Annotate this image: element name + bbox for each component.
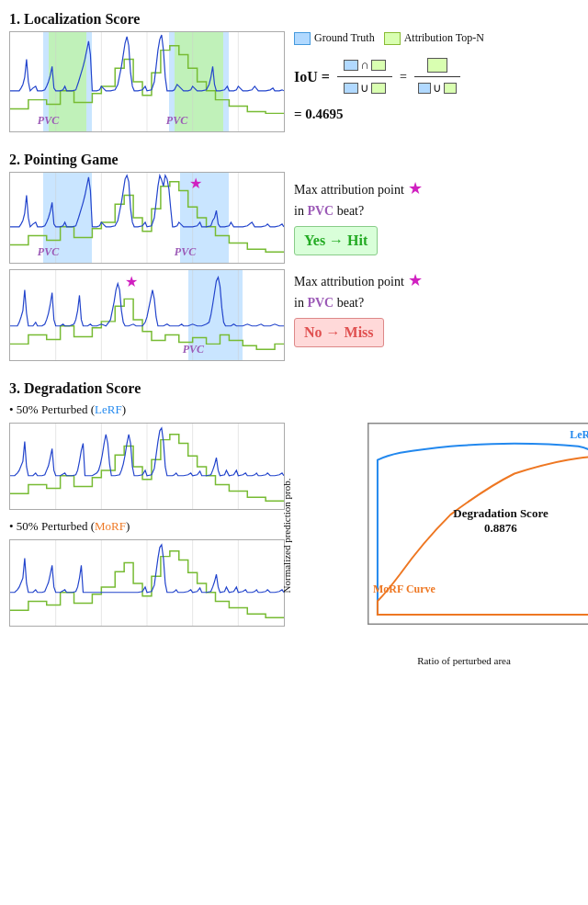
frac2-blue-den [418,83,431,94]
divider-2 [9,370,579,371]
fraction-bar [337,76,392,77]
frac2-green-num [427,58,447,73]
hit-answer: Yes → Hit [294,226,579,255]
section-3-right: Normalized prediction prob. LeRF Curve [294,401,588,648]
miss-question-2: in PVC beat? [294,293,579,312]
miss-box: No → Miss [294,318,384,347]
section-1-title: 1. Localization Score [9,11,579,28]
miss-pvc-text: PVC [307,296,334,310]
legend-attr-label: Attribution Top-N [404,31,484,45]
main-container: 1. Localization Score [0,0,588,659]
miss-text: No → Miss [304,324,374,340]
legend-gt-label: Ground Truth [314,31,375,45]
chart-morf [9,539,285,627]
star-icon-miss: ★ [408,268,423,293]
max-attr-text-2: Max attribution point [294,272,404,291]
lerf-text: LeRF [95,402,122,416]
chart-pointing-miss: ★ PVC [9,269,285,361]
legend-box-blue [294,32,311,45]
pvc-label-hit-2: PVC [175,245,196,259]
pointing-right-panel: Max attribution point ★ in PVC beat? Yes… [294,172,579,347]
pvc-label-miss: PVC [183,343,204,356]
frac2-green-den [444,83,457,94]
ecg-chart-morf-svg [10,540,284,626]
chart-localization: PVC PVC [9,31,285,132]
pvc-label-2: PVC [166,114,187,128]
iou-label: IoU = [294,69,330,85]
degradation-chart: LeRF Curve MoRF Curve Degradation Score … [368,423,588,625]
frac2-bar [414,76,460,77]
fraction-2: ∪ [414,56,460,97]
fraction-1: ∩ ∪ [337,56,392,97]
frac2-num [425,56,449,74]
fraction-numerator: ∩ [342,56,387,74]
miss-question-row: Max attribution point ★ [294,268,579,293]
chart-pointing-hit: ★ PVC PVC [9,172,285,264]
iou-formula: IoU = ∩ ∪ = [294,56,579,97]
legend-box-green [384,32,401,45]
section-2-title: 2. Pointing Game [9,152,579,168]
hit-text: Yes → Hit [304,232,368,248]
frac-blue-den [344,83,358,94]
section-1-right: Ground Truth Attribution Top-N IoU = ∩ [294,31,579,122]
x-axis-label: Ratio of perturbed area [417,655,511,666]
frac2-den: ∪ [416,79,458,97]
fraction-denominator: ∪ [342,79,388,97]
star-hit: ★ [189,175,202,192]
section-1: 1. Localization Score [9,11,579,132]
frac-green-den [371,83,386,94]
hit-question-row: Max attribution point ★ [294,176,579,201]
hit-question-2: in PVC beat? [294,201,579,221]
section-3-title: 3. Degradation Score [9,380,579,397]
chart-lerf [9,423,285,510]
lerf-label: • 50% Perturbed (LeRF) [9,402,285,417]
legend-row: Ground Truth Attribution Top-N [294,31,579,45]
section-3-row: • 50% Perturbed (LeRF) [9,401,579,648]
section-2-row: ★ PVC PVC [9,172,579,361]
deg-right-container: Normalized prediction prob. LeRF Curve [294,423,588,648]
miss-answer: No → Miss [294,318,579,347]
divider-1 [9,141,579,142]
morf-label: • 50% Perturbed (MoRF) [9,519,285,534]
section-3: 3. Degradation Score • 50% Perturbed (Le… [9,380,579,648]
frac-green-num [371,60,386,71]
legend-attribution: Attribution Top-N [384,31,484,45]
star-icon-hit: ★ [408,176,423,201]
iou-value: = 0.4695 [294,107,579,122]
star-miss: ★ [125,273,138,290]
frac-blue-num [344,60,358,71]
pvc-label-hit-1: PVC [38,245,59,259]
legend-ground-truth: Ground Truth [294,31,375,45]
ecg-chart-2b-svg [10,270,284,360]
ecg-chart-lerf-svg [10,424,284,509]
morf-curve-label: MoRF Curve [373,583,435,596]
pvc-label-1: PVC [38,114,59,128]
y-axis-label: Normalized prediction prob. [281,478,292,593]
hit-explanation: Max attribution point ★ in PVC beat? Yes… [294,176,579,255]
lerf-curve-label: LeRF Curve [570,428,588,442]
hit-pvc-text: PVC [307,204,334,218]
max-attr-text-1: Max attribution point [294,180,404,199]
section-2: 2. Pointing Game [9,152,579,361]
section-1-row: PVC PVC Ground Truth Attribution Top-N [9,31,579,132]
morf-text: MoRF [95,519,126,533]
miss-explanation: Max attribution point ★ in PVC beat? No … [294,268,579,347]
hit-box: Yes → Hit [294,226,378,255]
section-3-left: • 50% Perturbed (LeRF) [9,401,285,627]
section-2-left: ★ PVC PVC [9,172,285,361]
